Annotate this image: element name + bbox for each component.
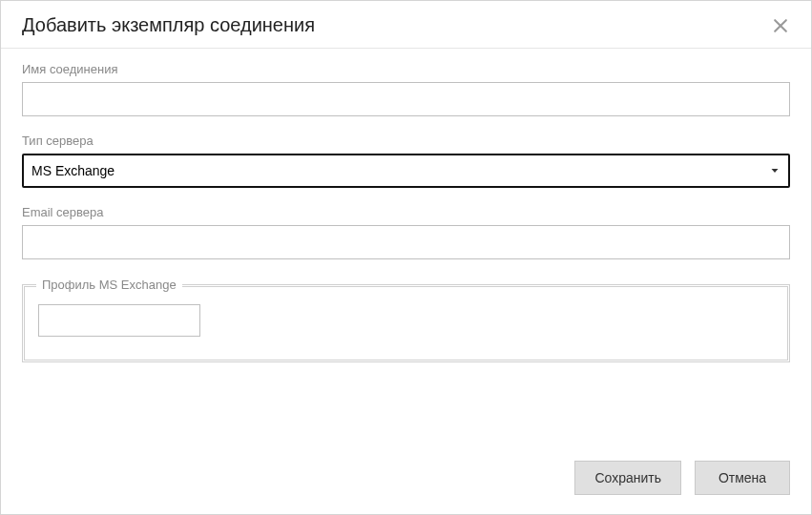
server-email-field: Email сервера bbox=[22, 205, 790, 259]
exchange-profile-fieldset: Профиль MS Exchange bbox=[22, 284, 790, 362]
close-button[interactable] bbox=[771, 16, 790, 35]
server-email-input[interactable] bbox=[22, 225, 790, 259]
dialog-footer: Сохранить Отмена bbox=[1, 447, 811, 514]
dialog-title: Добавить экземпляр соединения bbox=[22, 14, 315, 36]
server-type-select[interactable]: MS Exchange bbox=[22, 154, 790, 188]
exchange-profile-input[interactable] bbox=[38, 304, 200, 337]
cancel-button[interactable]: Отмена bbox=[695, 461, 790, 495]
add-connection-dialog: Добавить экземпляр соединения Имя соедин… bbox=[0, 0, 812, 515]
dialog-body: Имя соединения Тип сервера MS Exchange E… bbox=[1, 49, 811, 447]
connection-name-label: Имя соединения bbox=[22, 62, 790, 76]
server-email-label: Email сервера bbox=[22, 205, 790, 219]
dialog-header: Добавить экземпляр соединения bbox=[1, 1, 811, 49]
server-type-label: Тип сервера bbox=[22, 134, 790, 148]
connection-name-field: Имя соединения bbox=[22, 62, 790, 116]
close-icon bbox=[771, 24, 790, 38]
save-button[interactable]: Сохранить bbox=[574, 461, 681, 495]
server-type-field: Тип сервера MS Exchange bbox=[22, 134, 790, 188]
server-type-select-wrap: MS Exchange bbox=[22, 154, 790, 188]
connection-name-input[interactable] bbox=[22, 82, 790, 116]
exchange-profile-legend: Профиль MS Exchange bbox=[36, 278, 182, 292]
